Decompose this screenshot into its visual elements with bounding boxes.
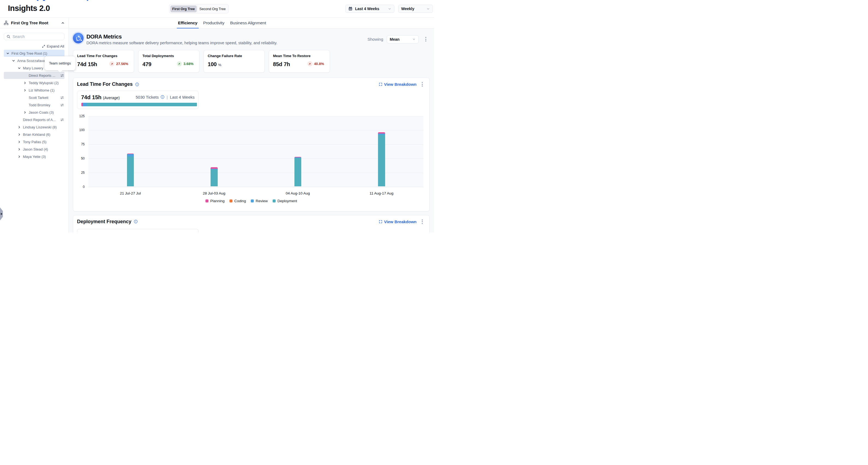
chevron-right-icon[interactable] bbox=[23, 81, 27, 85]
org-tree-toggle: First Org TreeSecond Org Tree bbox=[169, 4, 228, 13]
tree-item-label: Anna Scozzafava bbox=[17, 59, 45, 63]
x-axis-label: 28 Jul-03 Aug bbox=[203, 191, 225, 195]
date-range-dropdown[interactable]: Last 4 Weeks bbox=[345, 5, 394, 13]
chevron-up-icon[interactable] bbox=[61, 21, 65, 25]
metric-value: 479 bbox=[143, 61, 152, 67]
showing-dropdown[interactable]: Mean bbox=[387, 35, 419, 43]
chevron-down-icon[interactable] bbox=[6, 52, 9, 55]
chevron-right-icon[interactable] bbox=[17, 155, 21, 158]
tree-item[interactable]: Direct Reports ... bbox=[4, 72, 64, 79]
team-settings-icon[interactable] bbox=[60, 118, 64, 122]
chevron-right-icon[interactable] bbox=[17, 148, 21, 151]
tree-item[interactable]: Maya Yette (3) bbox=[4, 153, 64, 160]
legend-item[interactable]: Coding bbox=[229, 199, 246, 203]
tree-item[interactable]: Brian Kirkland (6) bbox=[4, 131, 64, 138]
trend-up-icon bbox=[307, 61, 312, 66]
tree-item-label: Direct Reports of A... bbox=[23, 118, 56, 122]
top-controls: Last 4 Weeks Weekly bbox=[345, 5, 433, 13]
tree-item[interactable]: Jason Stead (4) bbox=[4, 146, 64, 153]
search-box[interactable] bbox=[4, 33, 64, 40]
expand-all-label: Expand All bbox=[47, 44, 64, 49]
search-icon bbox=[6, 35, 10, 38]
team-settings-icon[interactable] bbox=[60, 73, 64, 78]
metric-card: Change Failure Rate100 % bbox=[204, 50, 265, 73]
tab-efficiency[interactable]: Efficiency bbox=[177, 18, 199, 28]
search-input[interactable] bbox=[12, 34, 62, 39]
legend-label: Deployment bbox=[278, 199, 297, 203]
chart-bar[interactable] bbox=[211, 167, 218, 186]
top-header: Insights 2.0 First Org TreeSecond Org Tr… bbox=[0, 0, 434, 18]
dora-subtitle: DORA metrics measure software delivery p… bbox=[87, 41, 278, 45]
tree-item[interactable]: Direct Reports of A... bbox=[4, 116, 64, 123]
tree-item-label: Liz Whittome (1) bbox=[29, 88, 55, 92]
tab-business-alignment[interactable]: Business Alignment bbox=[228, 18, 268, 28]
plot-background bbox=[89, 116, 423, 187]
expand-all-button[interactable]: Expand All bbox=[42, 44, 64, 49]
team-settings-icon[interactable] bbox=[60, 103, 64, 107]
legend-label: Coding bbox=[234, 199, 246, 203]
tree-item[interactable]: Todd Bromley bbox=[4, 101, 64, 108]
expand-icon bbox=[42, 44, 45, 48]
showing-value: Mean bbox=[390, 37, 400, 41]
chevron-right-icon[interactable] bbox=[17, 125, 21, 129]
info-icon[interactable] bbox=[134, 220, 138, 223]
chevron-down-icon[interactable] bbox=[17, 66, 21, 70]
date-range-value: Last 4 Weeks bbox=[355, 6, 379, 11]
legend-swatch bbox=[273, 199, 276, 203]
legend-swatch bbox=[251, 199, 254, 203]
metric-card: Lead Time For Changes74d 15h27.56% bbox=[73, 50, 134, 73]
chevron-right-icon[interactable] bbox=[23, 89, 27, 92]
showing-label: Showing bbox=[367, 37, 383, 41]
x-axis-label: 04 Aug-10 Aug bbox=[286, 191, 310, 195]
chevron-right-icon[interactable] bbox=[23, 111, 27, 114]
tree-item[interactable]: Jason Coats (3) bbox=[4, 109, 64, 116]
clipped-breadcrumb-fragment bbox=[87, 0, 88, 1]
deployment-summary bbox=[77, 229, 198, 232]
tooltip-text: Team settings bbox=[49, 61, 71, 65]
tree-item[interactable]: First Org Tree Root (1) bbox=[4, 50, 64, 57]
chart-bar[interactable] bbox=[294, 157, 302, 186]
org-toggle-option[interactable]: First Org Tree bbox=[170, 5, 197, 12]
triangle-right-icon bbox=[1, 213, 2, 215]
legend-swatch bbox=[206, 199, 208, 203]
x-axis-label: 21 Jul-27 Jul bbox=[120, 191, 141, 195]
legend-item[interactable]: Planning bbox=[206, 199, 224, 203]
tree-item[interactable]: Teddy Wylupski (2) bbox=[4, 79, 64, 86]
view-breakdown-link[interactable]: View Breakdown bbox=[379, 219, 416, 224]
metric-title: Lead Time For Changes bbox=[77, 54, 118, 58]
chevron-right-icon[interactable] bbox=[17, 133, 21, 136]
frequency-dropdown[interactable]: Weekly bbox=[398, 5, 433, 13]
team-settings-icon[interactable] bbox=[60, 96, 64, 100]
metric-card: Total Deployments4793.68% bbox=[138, 50, 199, 73]
tree-item[interactable]: Scott Tarkett bbox=[4, 94, 64, 101]
metric-title: Total Deployments bbox=[143, 54, 174, 58]
legend-item[interactable]: Deployment bbox=[273, 199, 297, 203]
org-toggle-option[interactable]: Second Org Tree bbox=[197, 5, 227, 12]
tree-item-label: Teddy Wylupski (2) bbox=[29, 81, 59, 85]
tree-item-label: Jason Coats (3) bbox=[29, 111, 54, 115]
toggle-separator bbox=[197, 5, 197, 12]
chart-bar[interactable] bbox=[127, 154, 134, 186]
chart-bar[interactable] bbox=[378, 132, 385, 186]
team-settings-tooltip: Team settings bbox=[44, 56, 75, 70]
legend-item[interactable]: Review bbox=[251, 199, 268, 203]
chevron-down-icon[interactable] bbox=[11, 59, 15, 63]
y-axis-tick: 100 bbox=[74, 128, 85, 132]
dora-menu-kebab-icon[interactable] bbox=[425, 37, 426, 41]
tree-item[interactable]: Lindsay Liszewski (8) bbox=[4, 123, 64, 131]
chart-legend: PlanningCodingReviewDeployment bbox=[206, 199, 297, 203]
chevron-right-icon[interactable] bbox=[17, 140, 21, 144]
deployment-menu-kebab-icon[interactable] bbox=[422, 219, 423, 224]
bar-segment-review bbox=[127, 154, 134, 157]
metric-delta: 3.68% bbox=[177, 61, 194, 66]
y-axis-tick: 25 bbox=[74, 171, 85, 175]
metric-value: 74d 15h bbox=[77, 61, 97, 67]
tree-item-label: First Org Tree Root (1) bbox=[11, 51, 47, 56]
metric-value: 85d 7h bbox=[273, 61, 290, 67]
tree-item[interactable]: Tony Pallas (5) bbox=[4, 138, 64, 145]
tab-productivity[interactable]: Productivity bbox=[202, 18, 226, 28]
y-axis-tick: 0 bbox=[74, 185, 85, 189]
bar-segment-deployment bbox=[211, 169, 218, 186]
tree-item[interactable]: Liz Whittome (1) bbox=[4, 87, 64, 94]
clipped-breadcrumb-fragment bbox=[43, 0, 45, 1]
